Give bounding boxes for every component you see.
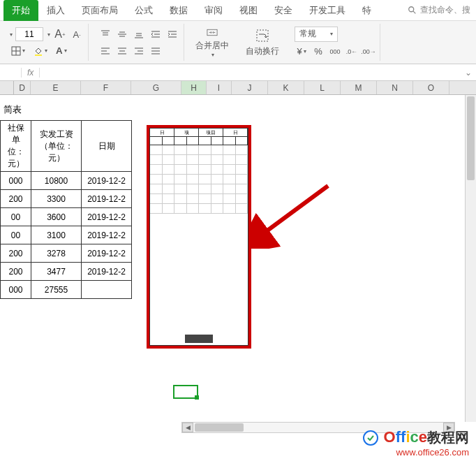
format-label: 常规 — [299, 28, 316, 40]
col-header-E[interactable]: E — [31, 81, 81, 94]
align-left-button[interactable] — [98, 44, 112, 58]
col-header-G[interactable]: G — [131, 81, 181, 94]
merge-label: 合并居中 — [195, 40, 229, 52]
embedded-sheet: 日项项目日 — [149, 128, 248, 346]
fill-color-button[interactable]: ▾ — [31, 45, 50, 57]
align-bottom-button[interactable] — [132, 27, 146, 41]
svg-rect-34 — [257, 30, 268, 41]
wrap-label: 自动换行 — [246, 45, 279, 57]
alignment-group — [94, 24, 184, 61]
decrease-font-button[interactable]: A- — [70, 27, 84, 41]
vertical-scrollbar[interactable] — [465, 95, 476, 422]
align-right-icon — [134, 46, 144, 56]
currency-button[interactable]: ¥▾ — [295, 45, 308, 59]
col-header-F[interactable]: F — [81, 81, 131, 94]
tab-special[interactable]: 特 — [354, 0, 380, 21]
align-center-button[interactable] — [115, 44, 129, 58]
logo-icon — [362, 430, 379, 446]
font-group: ▾ ▾ A+ A- ▾ ▾ A ▾ — [4, 24, 89, 61]
decrease-decimal-button[interactable]: .0← — [345, 45, 359, 59]
tab-formulas[interactable]: 公式 — [126, 0, 161, 21]
increase-decimal-button[interactable]: .00→ — [362, 45, 375, 59]
col-header-N[interactable]: N — [377, 81, 413, 94]
highlighted-floating-object[interactable]: 日项项目日 — [147, 125, 251, 349]
column-headers: D E F G H I J K L M N O — [0, 81, 476, 95]
svg-line-1 — [413, 10, 416, 13]
wrap-text-button[interactable]: 自动换行 — [240, 24, 285, 61]
scroll-left-button[interactable]: ◀ — [182, 423, 193, 432]
col-header-K[interactable]: K — [268, 81, 304, 94]
tab-view[interactable]: 视图 — [231, 0, 266, 21]
comma-button[interactable]: 000 — [328, 45, 342, 59]
selected-cell[interactable] — [173, 385, 198, 399]
align-top-icon — [101, 29, 110, 39]
svg-rect-33 — [207, 29, 217, 36]
tab-data[interactable]: 数据 — [161, 0, 196, 21]
align-right-button[interactable] — [132, 44, 146, 58]
font-dropdown-icon[interactable]: ▾ — [10, 31, 13, 38]
svg-line-35 — [262, 186, 328, 235]
col-header-M[interactable]: M — [341, 81, 377, 94]
col-header-J[interactable]: J — [232, 81, 268, 94]
search-box[interactable]: 查找命令、搜 — [408, 4, 476, 16]
table-header[interactable]: 社保 单位： 元） — [1, 121, 31, 172]
col-header-H[interactable]: H — [181, 81, 207, 94]
align-top-button[interactable] — [98, 27, 112, 41]
sheet-body[interactable]: 简表 社保 单位： 元） 实发工资 （单位： 元） 日期 00010800201… — [0, 95, 476, 451]
sheet-container: D E F G H I J K L M N O 简表 社保 单位： 元） 实发工… — [0, 81, 476, 451]
ribbon-tabs: 开始 插入 页面布局 公式 数据 审阅 视图 安全 开发工具 特 查找命令、搜 — [0, 0, 476, 21]
mini-dark-block — [185, 335, 213, 343]
select-all-corner[interactable] — [0, 81, 14, 94]
align-center-icon — [117, 46, 127, 56]
col-header-O[interactable]: O — [413, 81, 449, 94]
wrap-icon — [254, 27, 271, 44]
vertical-scroll-thumb[interactable] — [467, 96, 475, 180]
table-header[interactable]: 实发工资 （单位： 元） — [31, 121, 82, 172]
tab-page-layout[interactable]: 页面布局 — [73, 0, 126, 21]
indent-increase-button[interactable] — [165, 27, 179, 41]
table-row: 20033002019-12-2 — [1, 190, 132, 208]
tab-insert[interactable]: 插入 — [38, 0, 73, 21]
formula-expand-icon[interactable]: ⌄ — [465, 68, 476, 78]
justify-icon — [151, 46, 161, 56]
tab-developer[interactable]: 开发工具 — [301, 0, 354, 21]
merge-center-button[interactable]: 合并居中▾ — [190, 24, 235, 61]
search-placeholder: 查找命令、搜 — [420, 4, 470, 16]
horizontal-scroll-thumb[interactable] — [195, 423, 244, 432]
font-size-input[interactable] — [15, 27, 43, 41]
col-header-D[interactable]: D — [14, 81, 31, 94]
indent-decrease-button[interactable] — [149, 27, 163, 41]
bucket-icon — [34, 46, 43, 56]
number-group: 常规 ▾ ¥▾ % 000 .0← .00→ — [290, 24, 380, 61]
font-color-button[interactable]: A ▾ — [53, 44, 70, 57]
watermark-url: www.office26.com — [362, 447, 469, 458]
table-row: 0031002019-12-2 — [1, 226, 132, 244]
data-table: 简表 社保 单位： 元） 实发工资 （单位： 元） 日期 00010800201… — [0, 102, 132, 299]
align-middle-button[interactable] — [115, 27, 129, 41]
watermark: Office教程网 www.office26.com — [362, 428, 469, 458]
ribbon-toolbar: ▾ ▾ A+ A- ▾ ▾ A ▾ — [0, 21, 476, 64]
annotation-arrow — [251, 179, 335, 249]
border-button[interactable]: ▾ — [8, 45, 28, 57]
increase-font-button[interactable]: A+ — [53, 27, 67, 41]
table-row: 20032782019-12-2 — [1, 244, 132, 263]
align-middle-icon — [117, 29, 127, 39]
formula-input[interactable] — [40, 64, 465, 80]
tab-review[interactable]: 审阅 — [196, 0, 231, 21]
justify-button[interactable] — [149, 44, 163, 58]
merge-icon — [204, 27, 221, 38]
indent-dec-icon — [151, 29, 161, 39]
table-title: 简表 — [1, 102, 132, 121]
tab-home[interactable]: 开始 — [3, 0, 38, 21]
col-header-I[interactable]: I — [207, 81, 232, 94]
percent-button[interactable]: % — [311, 45, 325, 59]
col-header-L[interactable]: L — [304, 81, 341, 94]
border-icon — [11, 46, 21, 56]
tab-security[interactable]: 安全 — [266, 0, 301, 21]
number-format-dropdown[interactable]: 常规 ▾ — [295, 27, 338, 42]
font-size-dropdown-icon[interactable]: ▾ — [47, 31, 50, 38]
table-row: 000108002019-12-2 — [1, 172, 132, 190]
mini-grid — [150, 145, 248, 332]
fx-label[interactable]: fx — [21, 68, 40, 78]
table-header[interactable]: 日期 — [82, 121, 132, 172]
